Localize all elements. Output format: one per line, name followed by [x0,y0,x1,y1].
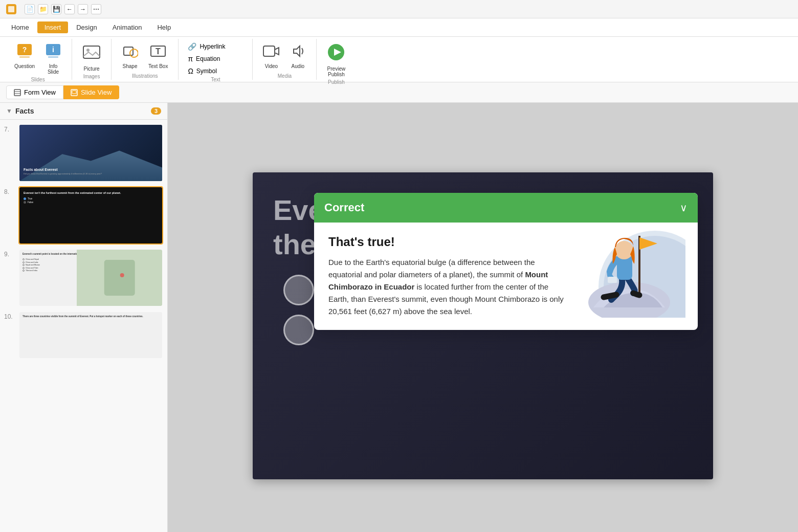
shape-icon [122,43,138,62]
sidebar-header-left: ▼ Facts [6,107,34,115]
ribbon-group-publish-items: PreviewPublish [323,39,349,79]
svg-rect-19 [72,91,76,94]
svg-rect-13 [263,46,275,56]
tab-help[interactable]: Help [150,21,178,33]
form-view-icon [14,89,21,96]
text-group-label: Text [211,77,220,83]
illustration-svg [573,193,685,318]
images-group-label: Images [83,74,100,80]
hyperlink-label: Hyperlink [199,43,225,50]
slide-options [283,275,314,345]
thumb-8-dot-true [24,197,26,200]
text-box-icon: T [150,43,166,62]
ribbon-item-video[interactable]: Video [259,41,283,71]
ribbon: Home Insert Design Animation Help ? Ques… [0,18,798,82]
sidebar-group-badge: 3 [151,107,161,115]
ribbon-item-equation[interactable]: π Equation [185,53,246,64]
slide-item-8[interactable]: 8. Everest isn't the furthest summit fro… [4,186,163,245]
picture-icon [82,43,101,65]
slide-canvas[interactable]: Everthe e Correct ∨ That's true! [253,172,713,479]
sidebar-scroll[interactable]: 7. Facts about Everest Did you know that… [0,120,167,532]
sidebar-group-label: Facts [15,107,34,115]
sidebar: ▼ Facts 3 7. Facts about Everest Did you… [0,103,168,532]
svg-point-8 [86,49,90,52]
ribbon-group-text-items: 🔗 Hyperlink π Equation Ω Symbol [185,39,246,77]
bold-text: Mount Chimborazo in Ecuador [328,270,548,291]
slide-thumb-8[interactable]: Everest isn't the furthest summit from t… [18,186,163,245]
collapse-icon[interactable]: ▼ [6,107,12,115]
thumb-8-option-false: False [24,201,158,204]
media-group-label: Media [278,73,292,80]
file-btn[interactable]: 📄 [25,4,35,14]
slide-number-8: 8. [4,186,14,195]
svg-text:i: i [52,46,54,54]
tab-insert[interactable]: Insert [37,21,69,33]
svg-rect-15 [14,90,20,96]
slide-view-icon [71,89,78,96]
ribbon-group-slides-items: ? Question i InfoSlide [10,39,65,77]
form-view-label: Form View [24,88,56,96]
equation-label: Equation [196,55,220,62]
slide-option-1[interactable] [283,275,314,305]
ribbon-item-info-slide[interactable]: i InfoSlide [41,41,65,77]
question-label: Question [14,63,35,69]
svg-text:T: T [156,47,161,56]
ribbon-item-shape[interactable]: Shape [118,41,142,71]
video-icon [263,43,279,62]
ribbon-group-publish: PreviewPublish Publish [317,39,356,80]
svg-rect-0 [8,6,14,12]
slide-item-9[interactable]: 9. Everest's summit point is located on … [4,249,163,307]
ribbon-item-picture[interactable]: Picture [78,41,105,74]
tab-design[interactable]: Design [69,21,104,33]
ribbon-content: ? Question i InfoSlide Slides [0,37,798,82]
thumb-10-text: There are three countries visible from t… [23,315,159,318]
save-btn[interactable]: 💾 [51,4,61,14]
ribbon-item-preview[interactable]: PreviewPublish [323,41,349,79]
slide-view-label: Slide View [81,88,112,96]
slide-view-btn[interactable]: Slide View [63,85,119,99]
svg-point-10 [130,49,138,57]
slide-thumb-7[interactable]: Facts about Everest Did you know that Ev… [18,124,163,182]
symbol-icon: Ω [188,67,193,75]
form-view-btn[interactable]: Form View [6,85,63,99]
thumb-7-body: Did you know that Everest is growing app… [24,172,102,175]
svg-rect-2 [19,56,30,58]
tab-home[interactable]: Home [4,21,36,33]
main-area: ▼ Facts 3 7. Facts about Everest Did you… [0,103,798,532]
tab-animation[interactable]: Animation [105,21,149,33]
open-btn[interactable]: 📁 [38,4,48,14]
correct-popup: Correct ∨ That's true! Due to the Earth'… [314,193,698,330]
ribbon-item-hyperlink[interactable]: 🔗 Hyperlink [185,41,246,52]
redo-btn[interactable]: → [78,4,88,14]
picture-label: Picture [83,66,99,72]
ribbon-item-symbol[interactable]: Ω Symbol [185,65,246,77]
title-bar-actions: 📄 📁 💾 ← → ⋯ [25,4,101,14]
question-icon: ? [16,43,33,62]
thumb-8-options: True False [24,197,158,204]
view-bar: Form View Slide View [0,82,798,103]
slide-item-7[interactable]: 7. Facts about Everest Did you know that… [4,124,163,182]
video-label: Video [265,63,278,69]
hyperlink-icon: 🔗 [188,42,196,51]
ribbon-group-slides: ? Question i InfoSlide Slides [4,39,72,80]
preview-icon [327,43,345,65]
slide-item-10[interactable]: 10. There are three countries visible fr… [4,311,163,359]
correct-popup-body: That's true! Due to the Earth's equatori… [314,223,698,330]
slide-thumb-9[interactable]: Everest's summit point is located on the… [18,249,163,307]
title-bar: 📄 📁 💾 ← → ⋯ [0,0,798,18]
slide-option-2[interactable] [283,315,314,345]
undo-btn[interactable]: ← [64,4,75,14]
illustrations-group-label: Illustrations [132,73,158,80]
slide-thumb-10[interactable]: There are three countries visible from t… [18,311,163,359]
symbol-label: Symbol [196,68,217,75]
preview-label: PreviewPublish [327,66,346,77]
ribbon-item-audio[interactable]: Audio [285,41,310,71]
svg-text:?: ? [23,46,27,54]
more-btn[interactable]: ⋯ [91,4,101,14]
ribbon-item-question[interactable]: ? Question [10,41,39,71]
svg-rect-21 [104,260,135,296]
correct-popup-desc: Due to the Earth's equatorial bulge (a d… [328,256,565,318]
svg-rect-9 [124,47,133,55]
ribbon-item-text-box[interactable]: T Text Box [144,41,172,71]
ribbon-tabs: Home Insert Design Animation Help [0,18,798,37]
